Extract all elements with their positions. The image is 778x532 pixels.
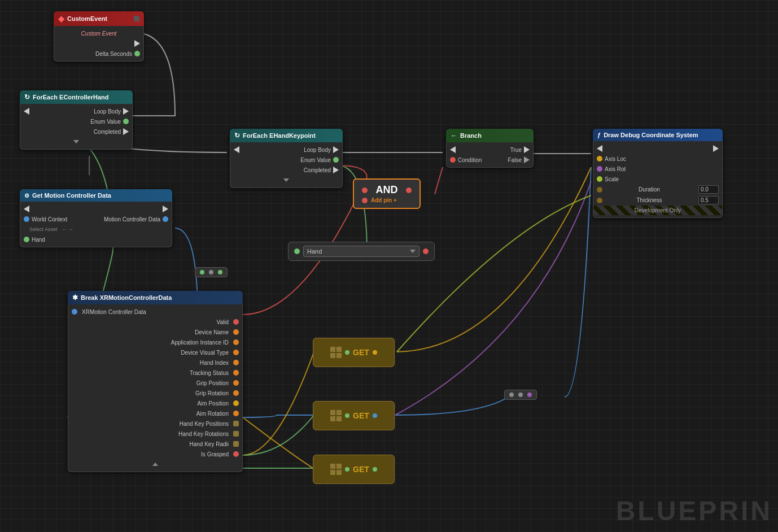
duration-label: Duration [639,186,660,193]
break-xr-node[interactable]: ✱ Break XRMotionControllerData XRMotion … [68,291,243,472]
cn-out-green[interactable] [218,270,222,274]
hand-dropdown-out[interactable] [423,248,429,254]
custom-event-body: Custom Event Delta Seconds [54,26,144,62]
aim-pos-pin[interactable] [233,400,239,406]
grip-pos-pin[interactable] [233,380,239,386]
hkp-pin[interactable] [233,421,239,426]
gm-exec-out[interactable] [163,206,168,212]
draw-debug-node[interactable]: ƒ Draw Debug Coordinate System Axis Loc … [593,129,723,218]
blueprint-canvas[interactable]: ◆ CustomEvent Custom Event Delta Seconds [0,0,778,532]
get-node-2[interactable]: GET [313,401,395,430]
foreach-hand-header: ↻ ForEach EControllerHand [20,90,133,104]
loop-body-pin[interactable] [123,108,129,115]
valid-pin[interactable] [233,319,239,325]
hand-dropdown-in[interactable] [294,248,300,254]
motion-data-pin[interactable] [163,216,168,222]
grasped-pin[interactable] [233,451,239,457]
close-icon[interactable] [134,16,139,21]
get2-out-pin[interactable] [373,413,377,418]
branch-header: ← Branch [446,129,534,142]
hand-index-row: Hand Index [68,357,242,368]
hand-index-pin[interactable] [233,360,239,365]
aim-rot-pin[interactable] [233,411,239,416]
hkr-pin[interactable] [233,431,239,437]
feh-enum-row: Enum Value [20,116,132,127]
delta-seconds-pin[interactable] [134,51,140,56]
gm-exec-in[interactable] [24,206,29,212]
true-pin[interactable] [524,146,530,153]
foreach-hand-node[interactable]: ↻ ForEach EControllerHand Loop Body Enum… [20,90,133,150]
get-motion-node[interactable]: ⚙ Get Motion Controller Data World Conte… [20,189,172,247]
fek-expand-icon[interactable] [283,178,289,182]
refresh-icon: ↻ [24,93,30,101]
fek-exec-in[interactable] [234,146,239,153]
false-pin[interactable] [524,156,530,163]
axis-rot-pin[interactable] [597,166,602,172]
break-expand-icon[interactable] [152,463,158,466]
device-name-label: Device Name [195,329,229,335]
break-xr-title: Break XRMotionControllerData [81,294,172,301]
get1-out-pin[interactable] [373,350,377,355]
and-in1-pin[interactable] [362,187,368,193]
custom-event-node[interactable]: ◆ CustomEvent Custom Event Delta Seconds [54,11,144,62]
device-visual-pin[interactable] [233,350,239,355]
fek-completed-row: Completed [230,165,342,175]
grip-rot-pin[interactable] [233,390,239,396]
thickness-input[interactable] [698,196,719,204]
hand-pin-in[interactable] [24,237,29,242]
draw-debug-title: Draw Debug Coordinate System [604,132,698,138]
break-xr-header: ✱ Break XRMotionControllerData [68,291,243,304]
condition-pin[interactable] [450,157,456,163]
enum-value-pin[interactable] [123,119,129,124]
and-out-pin[interactable] [406,187,412,193]
fek-enum-label: Enum Value [300,157,331,163]
completed-pin[interactable] [123,128,129,135]
world-context-pin[interactable] [24,216,29,222]
cn-in-green[interactable] [200,270,204,274]
feh-exec-in[interactable] [24,108,29,115]
axis-loc-pin[interactable] [597,156,602,162]
expand-icon[interactable] [73,140,79,143]
hkrad-pin[interactable] [233,441,239,447]
get1-in-pin[interactable] [345,350,349,355]
branch-condition-row: Condition False [447,155,533,165]
foreach-hand-title: ForEach EControllerHand [33,94,108,101]
fek-completed-pin[interactable] [333,167,339,173]
device-name-pin[interactable] [233,329,239,335]
get3-out-pin[interactable] [373,467,377,472]
get-node-3[interactable]: GET [313,455,395,484]
branch-exec-in[interactable] [450,146,456,153]
dd-exec-out[interactable] [713,145,719,152]
hand-select[interactable]: Hand [303,246,419,257]
fek-loop-body-pin[interactable] [333,146,339,153]
exec-out-pin[interactable] [134,40,140,47]
custom-event-subtitle-row: Custom Event [54,28,143,38]
dd-exec-in[interactable] [597,145,602,152]
exec-out-row [54,38,143,49]
app-instance-pin[interactable] [233,339,239,345]
duration-input[interactable] [698,185,719,194]
duration-pin[interactable] [597,187,602,193]
add-pin-label[interactable]: Add pin + [371,197,397,203]
xr-data-pin[interactable] [72,309,77,315]
get2-in-pin[interactable] [345,413,349,418]
tracking-pin[interactable] [233,370,239,376]
cnr-purple-pin[interactable] [527,393,532,397]
and-in2-pin[interactable] [362,198,368,203]
foreach-keypoint-node[interactable]: ↻ ForEach EHandKeypoint Loop Body Enum V… [230,129,343,188]
get-motion-title: Get Motion Controller Data [32,192,111,199]
thickness-pin[interactable] [597,198,602,203]
hand-dropdown-node[interactable]: Hand [288,242,435,261]
feh-completed-row: Completed [20,127,132,137]
and-node[interactable]: AND Add pin + [353,178,421,209]
get3-in-pin[interactable] [345,467,349,472]
connector-node-top[interactable] [195,267,228,277]
cnr-in1[interactable] [509,393,514,397]
fek-enum-pin[interactable] [333,157,339,163]
and-label: AND [371,184,403,196]
scale-pin[interactable] [597,176,602,182]
hand-value: Hand [307,248,322,255]
branch-node[interactable]: ← Branch True Condition False [446,129,534,168]
get-node-1[interactable]: GET [313,338,395,367]
connector-node-right[interactable] [504,390,537,400]
